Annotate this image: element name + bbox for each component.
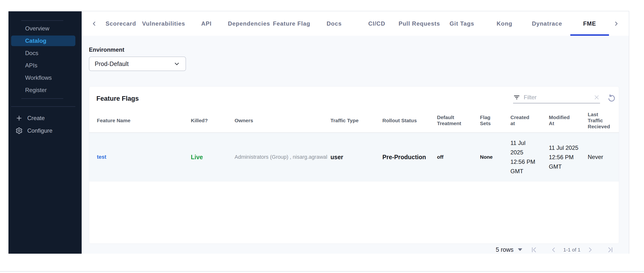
tab-api[interactable]: API [185, 11, 228, 36]
sidebar-item-docs[interactable]: Docs [11, 48, 75, 58]
tab-pull-requests[interactable]: Pull Requests [398, 11, 440, 36]
sidebar-create-button[interactable]: Create [8, 113, 82, 124]
environment-select[interactable]: Prod-Default [89, 56, 186, 71]
tab-dynatrace[interactable]: Dynatrace [526, 11, 568, 36]
content-area: Environment Prod-Default Feature Flags [82, 36, 629, 256]
environment-selected-value: Prod-Default [95, 60, 174, 68]
chevron-right-icon [613, 21, 619, 26]
column-header-feature-name[interactable]: Feature Name [97, 118, 191, 124]
rows-per-page-value: 5 rows [496, 246, 514, 253]
create-label: Create [27, 115, 45, 122]
chevron-left-icon [91, 21, 97, 26]
owners-value: Administrators (Group) , nisarg.agrawal [234, 154, 330, 160]
sidebar-item-overview[interactable]: Overview [11, 23, 75, 34]
feature-name-link[interactable]: test [97, 154, 191, 160]
panel-title: Feature Flags [96, 95, 513, 102]
tab-dependencies[interactable]: Dependencies [228, 11, 270, 36]
sidebar-item-register[interactable]: Register [11, 85, 75, 96]
refresh-button[interactable] [607, 94, 616, 104]
sidebar-divider-bottom [11, 106, 75, 107]
rollout-status-value: Pre-Production [382, 154, 437, 161]
sidebar-item-workflows[interactable]: Workflows [11, 72, 75, 83]
caret-down-icon [518, 248, 522, 251]
first-page-icon [530, 246, 538, 254]
gear-icon [15, 126, 23, 135]
chevron-right-icon [587, 246, 594, 253]
tab-fme-label: FME [583, 20, 596, 27]
traffic-type-value: user [330, 154, 382, 161]
rows-per-page-select[interactable]: 5 rows [496, 246, 522, 253]
last-page-button[interactable] [606, 246, 614, 254]
column-header-flag-sets[interactable]: Flag Sets [480, 114, 510, 126]
modified-at-value: 11 Jul 2025 12:56 PM GMT [549, 143, 588, 171]
default-treatment-value: off [437, 154, 480, 160]
previous-page-button[interactable] [550, 246, 557, 253]
tabs-scroll-right-button[interactable] [611, 21, 622, 26]
active-tab-underline [570, 34, 609, 36]
chevron-down-icon [174, 60, 180, 67]
sidebar-configure-button[interactable]: Configure [8, 126, 82, 136]
chevron-left-icon [550, 246, 557, 253]
table-header-row: Feature Name Killed? Owners Traffic Type… [89, 108, 619, 133]
sidebar-nav: Overview Catalog Docs APIs Workflows Reg… [8, 21, 82, 96]
app-window: Overview Catalog Docs APIs Workflows Reg… [8, 11, 629, 254]
killed-status: Live [191, 154, 234, 161]
created-at-value: 11 Jul 2025 12:56 PM GMT [510, 138, 549, 176]
filter-icon [513, 94, 520, 101]
feature-flags-card: Feature Flags [89, 86, 619, 244]
window-bottom-divider [0, 271, 644, 272]
column-header-modified-at[interactable]: Modified At [549, 114, 588, 126]
page-range-label: 1-1 of 1 [563, 247, 580, 253]
environment-label: Environment [89, 46, 619, 53]
table-pagination: 5 rows 1-1 of 1 [89, 244, 619, 256]
filter-input[interactable] [524, 94, 590, 101]
configure-label: Configure [27, 127, 52, 134]
column-header-default-treatment[interactable]: Default Treatment [437, 114, 480, 126]
sidebar: Overview Catalog Docs APIs Workflows Reg… [8, 11, 82, 254]
last-page-icon [606, 246, 614, 254]
clear-filter-icon[interactable] [593, 94, 600, 101]
table-empty-space [89, 182, 619, 244]
tab-docs[interactable]: Docs [313, 11, 355, 36]
main-area: Scorecard Vulnerabilities API Dependenci… [82, 11, 629, 254]
refresh-icon [607, 94, 616, 103]
plus-icon [15, 114, 23, 122]
sidebar-item-apis[interactable]: APIs [11, 60, 75, 71]
tab-scorecard[interactable]: Scorecard [100, 11, 142, 36]
column-header-owners[interactable]: Owners [234, 118, 330, 124]
tab-kong[interactable]: Kong [483, 11, 526, 36]
column-header-traffic-type[interactable]: Traffic Type [330, 118, 382, 124]
sidebar-item-catalog[interactable]: Catalog [11, 36, 75, 46]
next-page-button[interactable] [587, 246, 594, 253]
tab-fme[interactable]: FME [568, 11, 611, 36]
column-header-rollout-status[interactable]: Rollout Status [382, 118, 437, 124]
tab-git-tags[interactable]: Git Tags [440, 11, 483, 36]
table-row[interactable]: test Live Administrators (Group) , nisar… [89, 133, 619, 182]
tab-bar: Scorecard Vulnerabilities API Dependenci… [82, 11, 629, 36]
card-header: Feature Flags [89, 86, 619, 108]
flag-sets-value: None [480, 154, 510, 160]
last-traffic-recieved-value: Never [588, 154, 619, 160]
tab-feature-flag[interactable]: Feature Flag [270, 11, 313, 36]
filter-field[interactable] [513, 94, 600, 104]
column-header-last-traffic-recieved[interactable]: Last Traffic Recieved [588, 111, 619, 130]
tab-vulnerabilities[interactable]: Vulnerabilities [142, 11, 185, 36]
tabs-scroll-left-button[interactable] [89, 21, 100, 26]
tab-cicd[interactable]: CI/CD [355, 11, 398, 36]
column-header-created-at[interactable]: Created at [510, 114, 549, 126]
first-page-button[interactable] [530, 246, 538, 254]
column-header-killed[interactable]: Killed? [191, 118, 234, 124]
